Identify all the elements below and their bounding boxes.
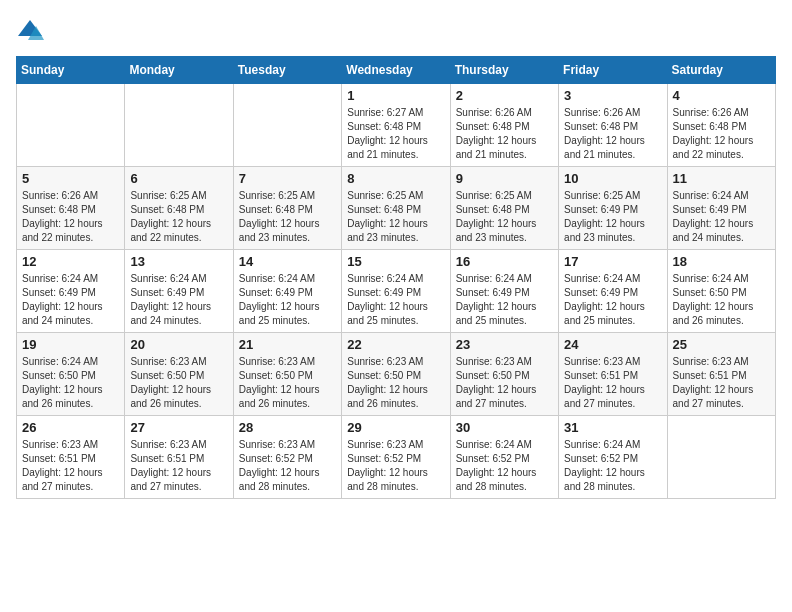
calendar-day-cell: 18Sunrise: 6:24 AM Sunset: 6:50 PM Dayli…: [667, 250, 775, 333]
day-number: 1: [347, 88, 444, 103]
day-number: 27: [130, 420, 227, 435]
day-info: Sunrise: 6:27 AM Sunset: 6:48 PM Dayligh…: [347, 106, 444, 162]
day-number: 20: [130, 337, 227, 352]
day-info: Sunrise: 6:24 AM Sunset: 6:49 PM Dayligh…: [130, 272, 227, 328]
day-number: 17: [564, 254, 661, 269]
calendar-day-cell: 4Sunrise: 6:26 AM Sunset: 6:48 PM Daylig…: [667, 84, 775, 167]
calendar-day-cell: 29Sunrise: 6:23 AM Sunset: 6:52 PM Dayli…: [342, 416, 450, 499]
weekday-header: Thursday: [450, 57, 558, 84]
calendar-day-cell: 15Sunrise: 6:24 AM Sunset: 6:49 PM Dayli…: [342, 250, 450, 333]
calendar-week-row: 1Sunrise: 6:27 AM Sunset: 6:48 PM Daylig…: [17, 84, 776, 167]
day-number: 12: [22, 254, 119, 269]
day-info: Sunrise: 6:23 AM Sunset: 6:52 PM Dayligh…: [347, 438, 444, 494]
calendar-day-cell: 21Sunrise: 6:23 AM Sunset: 6:50 PM Dayli…: [233, 333, 341, 416]
day-info: Sunrise: 6:23 AM Sunset: 6:51 PM Dayligh…: [130, 438, 227, 494]
day-number: 10: [564, 171, 661, 186]
calendar-week-row: 26Sunrise: 6:23 AM Sunset: 6:51 PM Dayli…: [17, 416, 776, 499]
calendar-day-cell: 27Sunrise: 6:23 AM Sunset: 6:51 PM Dayli…: [125, 416, 233, 499]
day-number: 11: [673, 171, 770, 186]
calendar-day-cell: 31Sunrise: 6:24 AM Sunset: 6:52 PM Dayli…: [559, 416, 667, 499]
day-info: Sunrise: 6:25 AM Sunset: 6:48 PM Dayligh…: [130, 189, 227, 245]
day-number: 22: [347, 337, 444, 352]
day-info: Sunrise: 6:24 AM Sunset: 6:49 PM Dayligh…: [22, 272, 119, 328]
calendar-day-cell: 3Sunrise: 6:26 AM Sunset: 6:48 PM Daylig…: [559, 84, 667, 167]
calendar-day-cell: 16Sunrise: 6:24 AM Sunset: 6:49 PM Dayli…: [450, 250, 558, 333]
calendar-day-cell: 9Sunrise: 6:25 AM Sunset: 6:48 PM Daylig…: [450, 167, 558, 250]
calendar-day-cell: 17Sunrise: 6:24 AM Sunset: 6:49 PM Dayli…: [559, 250, 667, 333]
day-number: 8: [347, 171, 444, 186]
day-info: Sunrise: 6:23 AM Sunset: 6:52 PM Dayligh…: [239, 438, 336, 494]
weekday-header: Wednesday: [342, 57, 450, 84]
calendar-day-cell: 14Sunrise: 6:24 AM Sunset: 6:49 PM Dayli…: [233, 250, 341, 333]
day-number: 26: [22, 420, 119, 435]
day-number: 15: [347, 254, 444, 269]
weekday-header: Monday: [125, 57, 233, 84]
weekday-header: Friday: [559, 57, 667, 84]
day-number: 30: [456, 420, 553, 435]
day-number: 3: [564, 88, 661, 103]
logo: [16, 16, 48, 44]
day-number: 28: [239, 420, 336, 435]
day-info: Sunrise: 6:24 AM Sunset: 6:50 PM Dayligh…: [673, 272, 770, 328]
day-info: Sunrise: 6:26 AM Sunset: 6:48 PM Dayligh…: [564, 106, 661, 162]
day-number: 21: [239, 337, 336, 352]
calendar-day-cell: 8Sunrise: 6:25 AM Sunset: 6:48 PM Daylig…: [342, 167, 450, 250]
day-info: Sunrise: 6:23 AM Sunset: 6:50 PM Dayligh…: [347, 355, 444, 411]
calendar-day-cell: [17, 84, 125, 167]
calendar-day-cell: 28Sunrise: 6:23 AM Sunset: 6:52 PM Dayli…: [233, 416, 341, 499]
day-number: 2: [456, 88, 553, 103]
calendar-header-row: SundayMondayTuesdayWednesdayThursdayFrid…: [17, 57, 776, 84]
calendar-day-cell: 12Sunrise: 6:24 AM Sunset: 6:49 PM Dayli…: [17, 250, 125, 333]
calendar-day-cell: 25Sunrise: 6:23 AM Sunset: 6:51 PM Dayli…: [667, 333, 775, 416]
day-info: Sunrise: 6:25 AM Sunset: 6:49 PM Dayligh…: [564, 189, 661, 245]
day-info: Sunrise: 6:25 AM Sunset: 6:48 PM Dayligh…: [347, 189, 444, 245]
calendar-day-cell: 13Sunrise: 6:24 AM Sunset: 6:49 PM Dayli…: [125, 250, 233, 333]
logo-icon: [16, 16, 44, 44]
day-number: 13: [130, 254, 227, 269]
calendar-day-cell: 19Sunrise: 6:24 AM Sunset: 6:50 PM Dayli…: [17, 333, 125, 416]
day-number: 5: [22, 171, 119, 186]
day-info: Sunrise: 6:24 AM Sunset: 6:49 PM Dayligh…: [673, 189, 770, 245]
day-info: Sunrise: 6:26 AM Sunset: 6:48 PM Dayligh…: [456, 106, 553, 162]
calendar-week-row: 12Sunrise: 6:24 AM Sunset: 6:49 PM Dayli…: [17, 250, 776, 333]
calendar-day-cell: 30Sunrise: 6:24 AM Sunset: 6:52 PM Dayli…: [450, 416, 558, 499]
weekday-header: Sunday: [17, 57, 125, 84]
day-info: Sunrise: 6:24 AM Sunset: 6:49 PM Dayligh…: [456, 272, 553, 328]
calendar-day-cell: 1Sunrise: 6:27 AM Sunset: 6:48 PM Daylig…: [342, 84, 450, 167]
day-number: 23: [456, 337, 553, 352]
calendar-table: SundayMondayTuesdayWednesdayThursdayFrid…: [16, 56, 776, 499]
day-number: 7: [239, 171, 336, 186]
day-info: Sunrise: 6:24 AM Sunset: 6:52 PM Dayligh…: [456, 438, 553, 494]
calendar-day-cell: 20Sunrise: 6:23 AM Sunset: 6:50 PM Dayli…: [125, 333, 233, 416]
calendar-week-row: 5Sunrise: 6:26 AM Sunset: 6:48 PM Daylig…: [17, 167, 776, 250]
calendar-day-cell: 26Sunrise: 6:23 AM Sunset: 6:51 PM Dayli…: [17, 416, 125, 499]
calendar-day-cell: 10Sunrise: 6:25 AM Sunset: 6:49 PM Dayli…: [559, 167, 667, 250]
day-number: 29: [347, 420, 444, 435]
calendar-day-cell: [667, 416, 775, 499]
day-info: Sunrise: 6:26 AM Sunset: 6:48 PM Dayligh…: [22, 189, 119, 245]
day-info: Sunrise: 6:24 AM Sunset: 6:49 PM Dayligh…: [564, 272, 661, 328]
day-info: Sunrise: 6:23 AM Sunset: 6:50 PM Dayligh…: [239, 355, 336, 411]
calendar-day-cell: 5Sunrise: 6:26 AM Sunset: 6:48 PM Daylig…: [17, 167, 125, 250]
calendar-week-row: 19Sunrise: 6:24 AM Sunset: 6:50 PM Dayli…: [17, 333, 776, 416]
day-info: Sunrise: 6:23 AM Sunset: 6:50 PM Dayligh…: [130, 355, 227, 411]
day-number: 18: [673, 254, 770, 269]
day-info: Sunrise: 6:23 AM Sunset: 6:51 PM Dayligh…: [673, 355, 770, 411]
day-number: 24: [564, 337, 661, 352]
day-number: 9: [456, 171, 553, 186]
day-info: Sunrise: 6:25 AM Sunset: 6:48 PM Dayligh…: [456, 189, 553, 245]
day-number: 6: [130, 171, 227, 186]
day-number: 14: [239, 254, 336, 269]
day-number: 19: [22, 337, 119, 352]
day-info: Sunrise: 6:23 AM Sunset: 6:51 PM Dayligh…: [22, 438, 119, 494]
weekday-header: Saturday: [667, 57, 775, 84]
day-number: 16: [456, 254, 553, 269]
calendar-day-cell: 24Sunrise: 6:23 AM Sunset: 6:51 PM Dayli…: [559, 333, 667, 416]
day-number: 4: [673, 88, 770, 103]
day-info: Sunrise: 6:25 AM Sunset: 6:48 PM Dayligh…: [239, 189, 336, 245]
day-info: Sunrise: 6:24 AM Sunset: 6:50 PM Dayligh…: [22, 355, 119, 411]
day-info: Sunrise: 6:24 AM Sunset: 6:49 PM Dayligh…: [239, 272, 336, 328]
day-number: 25: [673, 337, 770, 352]
day-number: 31: [564, 420, 661, 435]
day-info: Sunrise: 6:24 AM Sunset: 6:49 PM Dayligh…: [347, 272, 444, 328]
